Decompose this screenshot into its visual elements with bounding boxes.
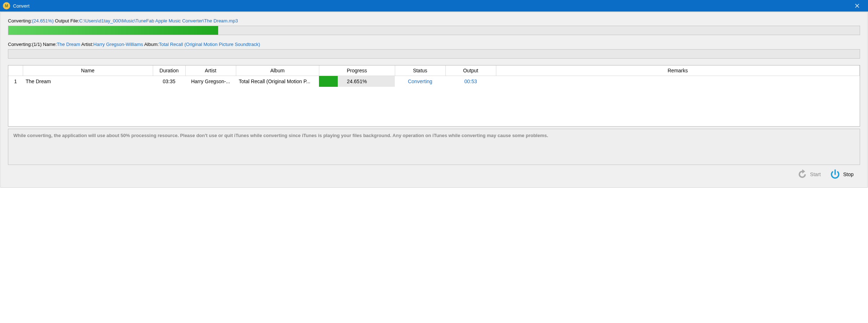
footer: Start Stop: [8, 165, 860, 182]
cell-progress: 24.651%: [319, 76, 395, 87]
cell-output: 00:53: [445, 76, 496, 87]
converting-percent: (24.651%): [32, 18, 53, 24]
cell-duration: 03:35: [153, 76, 185, 87]
col-header-album[interactable]: Album: [236, 65, 319, 76]
stop-button[interactable]: Stop: [829, 169, 854, 180]
track-artist: Harry Gregson-Williams: [93, 42, 143, 47]
track-index: (1/1): [32, 42, 42, 47]
table-header-row: Name Duration Artist Album Progress Stat…: [8, 65, 860, 76]
output-file-path: C:\Users\d1tay_000\Music\TuneFab Apple M…: [79, 18, 238, 24]
track-name-label: Name:: [43, 42, 57, 47]
cell-idx: 1: [8, 76, 23, 87]
track-info-line: Converting:(1/1) Name:The Dream Artist:H…: [8, 42, 860, 47]
close-button[interactable]: [849, 0, 865, 12]
content-area: Converting:(24.651%) Output File:C:\User…: [0, 12, 868, 188]
output-file-line: Converting:(24.651%) Output File:C:\User…: [8, 18, 860, 24]
cell-name: The Dream: [23, 76, 153, 87]
reload-icon: [796, 169, 808, 180]
col-header-artist[interactable]: Artist: [185, 65, 236, 76]
output-file-label: Output File:: [55, 18, 79, 24]
col-header-output[interactable]: Output: [445, 65, 496, 76]
power-icon: [829, 169, 841, 180]
start-button: Start: [796, 169, 821, 180]
cell-remarks: [496, 76, 860, 87]
start-label: Start: [810, 171, 821, 177]
window-title: Convert: [13, 3, 849, 9]
warning-note: While converting, the application will u…: [8, 129, 860, 165]
col-header-progress[interactable]: Progress: [319, 65, 395, 76]
stop-label: Stop: [843, 171, 854, 177]
cell-progress-text: 24.651%: [319, 76, 395, 87]
track-progress-bar: [8, 49, 860, 59]
converting-label: Converting:: [8, 18, 32, 24]
overall-progress-bar: [8, 26, 860, 35]
col-header-duration[interactable]: Duration: [153, 65, 185, 76]
cell-status: Converting: [395, 76, 445, 87]
track-album-label: Album:: [144, 42, 159, 47]
track-album: Total Recall (Original Motion Picture So…: [159, 42, 260, 47]
col-header-status[interactable]: Status: [395, 65, 445, 76]
col-header-name[interactable]: Name: [23, 65, 153, 76]
app-icon: M: [3, 2, 10, 9]
conversion-table: Name Duration Artist Album Progress Stat…: [8, 65, 860, 127]
track-name: The Dream: [57, 42, 80, 47]
col-header-idx[interactable]: [8, 65, 23, 76]
close-icon: [855, 4, 859, 8]
cell-album: Total Recall (Original Motion P...: [236, 76, 319, 87]
track-artist-label: Artist:: [81, 42, 93, 47]
titlebar: M Convert: [0, 0, 868, 12]
overall-progress-fill: [8, 26, 218, 35]
track-converting-label: Converting:: [8, 42, 32, 47]
table-row[interactable]: 1 The Dream 03:35 Harry Gregson-... Tota…: [8, 76, 860, 87]
col-header-remarks[interactable]: Remarks: [496, 65, 860, 76]
cell-artist: Harry Gregson-...: [185, 76, 236, 87]
